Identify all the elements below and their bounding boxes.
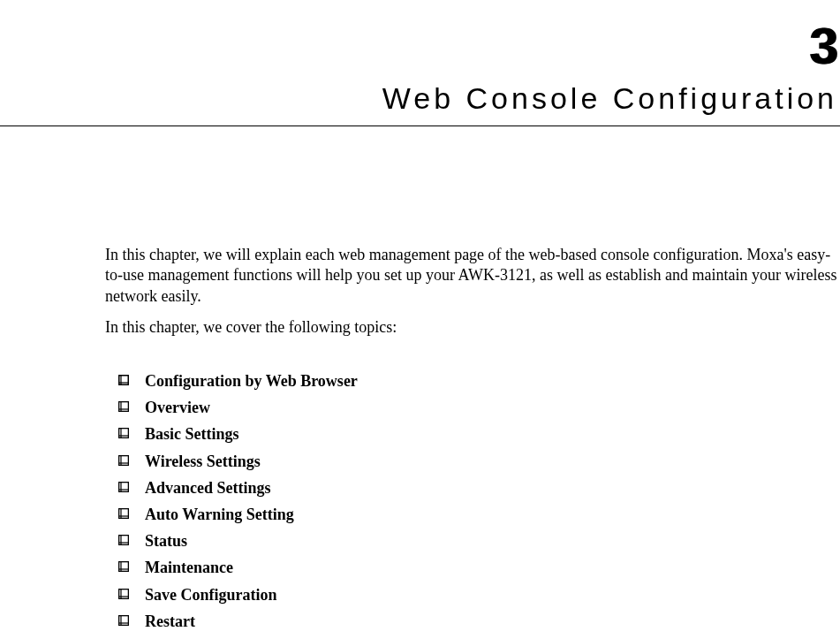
topic-label: Configuration by Web Browser: [145, 370, 358, 392]
checkbox-bullet-icon: [118, 530, 145, 551]
chapter-title: Web Console Configuration: [382, 81, 837, 116]
list-item: Auto Warning Setting: [118, 504, 816, 526]
checkbox-bullet-icon: [118, 504, 145, 524]
svg-rect-2: [119, 402, 129, 412]
checkbox-bullet-icon: [118, 370, 145, 391]
checkbox-bullet-icon: [118, 397, 145, 417]
intro-section: In this chapter, we will explain each we…: [105, 245, 838, 349]
checkbox-bullet-icon: [118, 451, 145, 471]
horizontal-divider: [0, 126, 840, 126]
intro-paragraph-1: In this chapter, we will explain each we…: [105, 245, 838, 307]
document-page: 3 Web Console Configuration In this chap…: [0, 0, 840, 639]
list-item: Status: [118, 530, 816, 552]
list-item: Wireless Settings: [118, 451, 816, 473]
checkbox-bullet-icon: [118, 584, 145, 605]
topics-list: Configuration by Web Browser Overview Ba…: [118, 370, 816, 639]
svg-rect-0: [119, 376, 129, 385]
svg-rect-8: [119, 562, 129, 572]
topic-label: Overview: [145, 397, 210, 419]
checkbox-bullet-icon: [118, 611, 145, 631]
checkbox-bullet-icon: [118, 423, 145, 444]
list-item: Configuration by Web Browser: [118, 370, 816, 392]
topic-label: Basic Settings: [145, 423, 239, 445]
topic-label: Wireless Settings: [145, 451, 261, 473]
checkbox-bullet-icon: [118, 557, 145, 577]
checkbox-bullet-icon: [118, 477, 145, 498]
topic-label: Restart: [145, 611, 195, 633]
list-item: Save Configuration: [118, 584, 816, 606]
list-item: Maintenance: [118, 557, 816, 579]
svg-rect-10: [119, 615, 129, 625]
topic-label: Maintenance: [145, 557, 233, 579]
list-item: Overview: [118, 397, 816, 419]
list-item: Basic Settings: [118, 423, 816, 445]
list-item: Advanced Settings: [118, 477, 816, 499]
topic-label: Status: [145, 530, 187, 552]
svg-rect-7: [119, 536, 129, 545]
chapter-number: 3: [809, 17, 837, 74]
topic-label: Auto Warning Setting: [145, 504, 294, 526]
topic-label: Save Configuration: [145, 584, 277, 606]
chapter-number-container: 3: [809, 16, 837, 75]
svg-rect-3: [119, 429, 129, 438]
svg-rect-5: [119, 482, 129, 491]
svg-rect-4: [119, 455, 129, 465]
list-item: Restart: [118, 611, 816, 633]
intro-paragraph-2: In this chapter, we cover the following …: [105, 317, 838, 338]
svg-rect-6: [119, 508, 129, 518]
topic-label: Advanced Settings: [145, 477, 271, 499]
svg-rect-9: [119, 589, 129, 598]
